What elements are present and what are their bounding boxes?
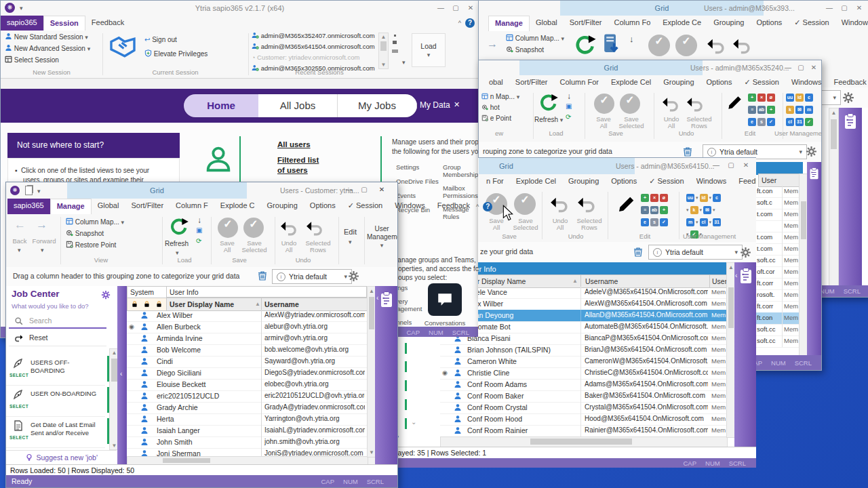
close-button[interactable]: ✕ xyxy=(852,2,866,14)
window-a-side-panel[interactable] xyxy=(839,108,862,285)
caret-icon[interactable]: ▾ xyxy=(686,207,689,213)
calendar-icon[interactable]: 31 xyxy=(713,218,721,226)
link-filtered-users[interactable]: Filtered list of users xyxy=(277,155,326,176)
tab-column-f[interactable]: Column F xyxy=(170,199,214,214)
table-row[interactable]: Diego SicilianiDiegoS@ytriadev.onmicroso… xyxy=(127,367,367,380)
save-selected-icon[interactable] xyxy=(243,218,264,238)
caret-icon[interactable]: ▾ xyxy=(696,195,698,201)
undo-selected-icon[interactable] xyxy=(732,36,751,55)
user-remove-icon[interactable]: × xyxy=(757,94,766,102)
page-new-icon[interactable]: + xyxy=(767,106,775,114)
maximize-button[interactable]: ▢ xyxy=(358,184,370,195)
refresh-icon[interactable] xyxy=(169,217,189,237)
table-row[interactable]: Bob Welcomebob.welcome@ovh.ytria.org xyxy=(127,344,367,357)
tab-sort-filter[interactable]: Sort/Filter xyxy=(564,16,608,31)
envelope-icon[interactable]: ✉ xyxy=(703,206,711,214)
table-row[interactable]: Alex WilberAlexW@ytriadev.onmicrosoft.co… xyxy=(127,310,367,322)
snapshot-button[interactable]: Snapshot xyxy=(506,45,544,54)
nav-tab-all-jobs[interactable]: All Jobs xyxy=(258,94,338,117)
tab-options[interactable]: Options xyxy=(605,174,643,189)
users-icon[interactable]: uu xyxy=(786,94,794,102)
tab-column-fo[interactable]: Column Fo xyxy=(608,16,656,31)
caret-icon[interactable]: ▾ xyxy=(709,195,712,201)
user-block-icon[interactable]: ø xyxy=(660,194,668,202)
key-icon[interactable]: k xyxy=(786,106,794,114)
shield-icon[interactable]: s xyxy=(757,118,766,126)
table-row[interactable]: Conf Room HoodHood@M365x641504.OnMicroso… xyxy=(440,413,726,426)
tab-options[interactable]: Options xyxy=(701,75,738,90)
undo-all-icon[interactable] xyxy=(662,95,679,113)
help-icon[interactable]: ? xyxy=(465,18,475,28)
recent-session-item[interactable]: admin@M365x641504.onmicrosoft.com xyxy=(252,43,377,54)
sign-out-button[interactable]: ↩ Sign out xyxy=(144,36,177,43)
snapshot-button[interactable]: hot xyxy=(481,104,500,111)
page-new-icon[interactable]: + xyxy=(660,206,668,214)
user-remove-icon[interactable]: × xyxy=(650,194,658,202)
contact-card-icon[interactable]: c xyxy=(805,94,813,102)
edit-pencil-icon[interactable] xyxy=(616,195,636,215)
gear-icon[interactable] xyxy=(348,270,359,282)
rename-icon[interactable]: ab xyxy=(757,106,766,114)
column-header-user[interactable]: User xyxy=(758,174,803,187)
table-row[interactable]: CindiSayward@ovh.ytria.org xyxy=(127,356,367,368)
elevate-privileges-button[interactable]: Elevate Privileges xyxy=(144,49,208,58)
tab-session[interactable]: Session xyxy=(43,16,85,30)
undo-selected-icon[interactable] xyxy=(577,195,596,214)
shield-icon[interactable]: s xyxy=(650,218,658,226)
job-card[interactable]: SELECTGet Date of Last Email Sent and/or… xyxy=(6,416,105,448)
suggest-job-row[interactable]: Suggest a new 'job' xyxy=(6,450,117,465)
tab-obal[interactable]: obal xyxy=(483,75,509,90)
tab-sapio365[interactable]: sapio365 xyxy=(1,16,43,30)
recent-session-item[interactable]: admin@M365x352407.onmicrosoft.com xyxy=(252,32,377,43)
main-titlebar[interactable]: ❋ ▾ Ytria sapio365 v2.1.7 (x64) — ▢ ✕ xyxy=(1,1,479,16)
back-icon[interactable]: ← xyxy=(14,218,26,232)
refresh-icon[interactable] xyxy=(538,93,559,113)
forward-icon[interactable]: → xyxy=(36,218,47,232)
cloud-user-icon[interactable]: cl xyxy=(700,218,708,226)
tab-grouping[interactable]: Grouping xyxy=(657,75,700,90)
gear-icon[interactable] xyxy=(806,146,817,157)
snapshot-button[interactable]: Snapshot xyxy=(66,229,104,237)
table-row[interactable]: Joni ShermanJoniS@ytriadev.onmicrosoft.c… xyxy=(127,448,367,456)
window-b-titlebar[interactable]: Grid Users - admin@M365x35240... — ▢ ✕ xyxy=(479,60,821,76)
tab-global[interactable]: Global xyxy=(530,16,564,31)
window-c-side-panel[interactable]: ‹ xyxy=(734,262,757,447)
key-icon[interactable]: k xyxy=(690,206,698,214)
table-row[interactable]: Conf Room BakerBaker@M365x641504.OnMicro… xyxy=(440,390,726,403)
refresh-caret-icon[interactable]: ▾ xyxy=(176,249,179,256)
gear-icon[interactable] xyxy=(842,92,854,104)
table-row[interactable]: Conf Room AdamsAdams@M365x641504.OnMicro… xyxy=(440,379,726,391)
select-session-button[interactable]: Select Session xyxy=(5,56,59,64)
job-center-collapse-band[interactable]: ‹ xyxy=(117,286,127,464)
users-icon[interactable]: uu xyxy=(686,194,694,202)
table-row[interactable]: HertaYarrington@ovh.ytria.org xyxy=(127,413,367,426)
mail-open-icon[interactable]: m xyxy=(805,106,813,114)
contact-card-icon[interactable]: c xyxy=(713,194,721,202)
table-row[interactable]: ◉Christie ClineChristieC@M365x641504.OnM… xyxy=(440,367,726,380)
undo-selected-icon[interactable] xyxy=(306,219,323,237)
table-row[interactable]: Arminda Irvinearmirv@ovh.ytria.org xyxy=(127,333,367,345)
tab-session[interactable]: ✓ Session xyxy=(342,199,389,214)
tab-column-for[interactable]: Column For xyxy=(553,75,604,90)
group-header-user-info[interactable]: User Info xyxy=(166,286,367,298)
tab-feedback[interactable]: Feedback xyxy=(85,16,130,30)
maximize-button[interactable]: ▢ xyxy=(449,2,462,14)
refresh-icon[interactable] xyxy=(574,34,597,57)
table-row[interactable]: eric20210512UCLDeric20210512UCLD@ovh.ytr… xyxy=(127,390,367,403)
table-row[interactable]: Conf Room RainierRainier@M365x641504.OnM… xyxy=(440,425,726,437)
gear-icon[interactable] xyxy=(740,247,751,258)
edit-caret-icon[interactable]: ▾ xyxy=(349,239,352,245)
tab-grouping[interactable]: Grouping xyxy=(562,174,605,189)
tab-session[interactable]: ✓ Session xyxy=(788,16,835,31)
tab-windows[interactable]: Windows xyxy=(835,16,868,31)
edit-button[interactable]: Edit xyxy=(344,228,357,236)
column-header-display-name[interactable]: User Display Name ▲ xyxy=(166,298,265,311)
table-row[interactable]: Allan DeyoungAllanD@M365x641504.OnMicros… xyxy=(440,310,726,322)
close-button[interactable]: ✕ xyxy=(464,2,477,14)
tab-my-data[interactable]: My Data xyxy=(420,100,450,110)
page-add-icon[interactable]: + xyxy=(748,94,756,102)
window-l-side-panel[interactable]: ‹ xyxy=(375,286,397,464)
scroll-down-icon[interactable]: ⌄ xyxy=(411,418,416,426)
home-link-group-membership[interactable]: Group Membership xyxy=(443,163,479,178)
tab-session[interactable]: ✓ Session xyxy=(643,174,690,189)
